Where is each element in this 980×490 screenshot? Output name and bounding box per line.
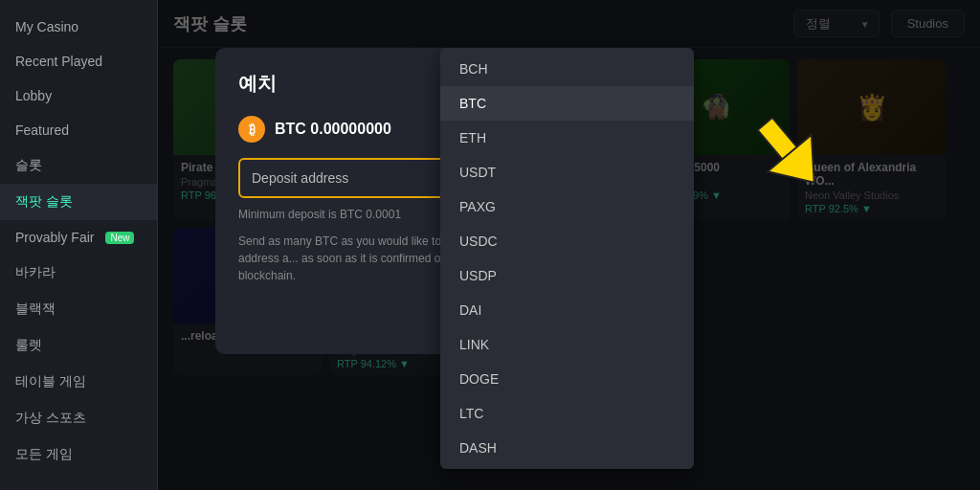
deposit-input-label: Deposit address bbox=[252, 170, 348, 186]
modal-title: 예치 bbox=[238, 71, 475, 97]
btc-icon: ₿ bbox=[238, 116, 265, 143]
crypto-dropdown[interactable]: BCHBTCETHUSDTPAXGUSDCUSDPDAILINKDOGELTCD… bbox=[440, 48, 694, 469]
sidebar-item-virtual-sports[interactable]: 가상 스포츠 bbox=[0, 400, 157, 436]
sidebar-item-blackjack[interactable]: 블랙잭 bbox=[0, 291, 157, 327]
crypto-row: ₿ BTC 0.00000000 bbox=[238, 116, 475, 143]
sidebar-item-provably-fair[interactable]: Provably FairNew bbox=[0, 220, 157, 255]
sidebar-item-label: 잭팟 슬롯 bbox=[15, 193, 73, 211]
deposit-address-input[interactable]: Deposit address bbox=[238, 158, 475, 198]
sidebar-item-jackpot-slots[interactable]: 잭팟 슬롯 bbox=[0, 184, 157, 220]
crypto-option-USDC[interactable]: USDC bbox=[440, 224, 694, 258]
sidebar-item-label: Recent Played bbox=[15, 54, 102, 69]
crypto-option-ETH[interactable]: ETH bbox=[440, 121, 694, 155]
sidebar-item-my-casino[interactable]: My Casino bbox=[0, 10, 157, 44]
arrow-container bbox=[732, 96, 847, 214]
sidebar-item-slots[interactable]: 슬롯 bbox=[0, 147, 157, 184]
sidebar-item-roulette[interactable]: 룰렛 bbox=[0, 327, 157, 364]
modal-overlay[interactable]: 예치 ₿ BTC 0.00000000 Deposit address Mini… bbox=[158, 0, 980, 490]
sidebar-item-label: 바카라 bbox=[15, 264, 56, 281]
crypto-option-BTC[interactable]: BTC bbox=[440, 86, 694, 121]
sidebar-item-table-games[interactable]: 테이블 게임 bbox=[0, 364, 157, 400]
sidebar-item-label: 룰렛 bbox=[15, 337, 42, 354]
sidebar-item-all-games[interactable]: 모든 게임 bbox=[0, 436, 157, 473]
crypto-option-DOGE[interactable]: DOGE bbox=[440, 362, 694, 396]
sidebar: My CasinoRecent PlayedLobbyFeatured슬롯잭팟 … bbox=[0, 0, 158, 490]
crypto-option-DASH[interactable]: DASH bbox=[440, 431, 694, 465]
arrow-icon bbox=[732, 96, 847, 211]
svg-marker-1 bbox=[768, 135, 836, 201]
sidebar-item-lobby[interactable]: Lobby bbox=[0, 78, 157, 113]
sidebar-item-label: 테이블 게임 bbox=[15, 373, 86, 390]
sidebar-item-label: 가상 스포츠 bbox=[15, 410, 86, 427]
crypto-option-LTC[interactable]: LTC bbox=[440, 396, 694, 431]
deposit-description: Send as many BTC as you would like to th… bbox=[238, 233, 475, 284]
sidebar-item-label: My Casino bbox=[15, 19, 78, 34]
sidebar-item-label: 블랙잭 bbox=[15, 301, 56, 318]
main-content: 잭팟 슬롯 정렬 Studios 🏴‍☠️Pirate G...Pragmati… bbox=[158, 0, 980, 490]
crypto-option-USDT[interactable]: USDT bbox=[440, 155, 694, 189]
sidebar-item-label: Lobby bbox=[15, 88, 52, 103]
sidebar-item-label: Featured bbox=[15, 122, 69, 138]
sidebar-item-label: Provably Fair bbox=[15, 230, 94, 245]
crypto-option-USDP[interactable]: USDP bbox=[440, 258, 694, 293]
crypto-option-PAXG[interactable]: PAXG bbox=[440, 189, 694, 224]
crypto-option-BCH[interactable]: BCH bbox=[440, 52, 694, 86]
btc-amount: BTC 0.00000000 bbox=[275, 121, 391, 138]
min-deposit-text: Minimum deposit is BTC 0.0001 bbox=[238, 208, 475, 221]
sidebar-item-baccarat[interactable]: 바카라 bbox=[0, 255, 157, 291]
crypto-option-LINK[interactable]: LINK bbox=[440, 327, 694, 362]
sidebar-item-label: 슬롯 bbox=[15, 157, 42, 174]
sidebar-badge: New bbox=[105, 232, 134, 244]
sidebar-item-featured[interactable]: Featured bbox=[0, 113, 157, 147]
crypto-option-DAI[interactable]: DAI bbox=[440, 293, 694, 327]
sidebar-item-recent-played[interactable]: Recent Played bbox=[0, 44, 157, 78]
sidebar-item-label: 모든 게임 bbox=[15, 446, 73, 463]
svg-rect-0 bbox=[758, 118, 810, 174]
